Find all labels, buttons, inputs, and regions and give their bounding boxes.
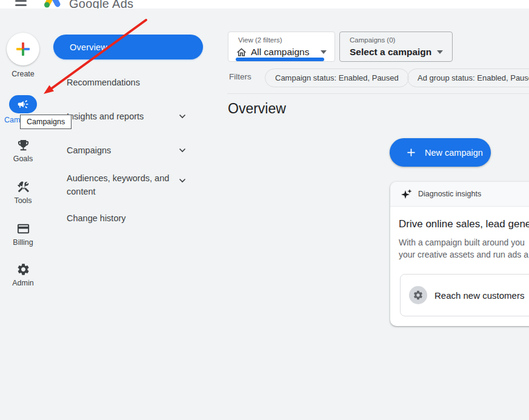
- selected-view-underline: [236, 58, 324, 61]
- app-header: Google Ads: [0, 0, 529, 8]
- gear-icon: [413, 290, 424, 301]
- chevron-down-icon: [178, 145, 187, 155]
- google-ads-app: Google Ads Create Campaigns Campaigns Go…: [0, 0, 529, 420]
- app-title: Google Ads: [69, 0, 133, 8]
- divider: [227, 93, 529, 94]
- card-body: With a campaign built around you your cr…: [399, 236, 528, 261]
- chevron-down-icon: [178, 176, 187, 185]
- trophy-icon: [16, 138, 30, 152]
- nav-item-overview[interactable]: Overview: [53, 35, 203, 59]
- goal-icon-circle: [409, 286, 427, 304]
- google-ads-logo-icon: [42, 0, 62, 8]
- sparkle-icon: [401, 188, 413, 200]
- goal-item-reach-new-customers[interactable]: Reach new customers C: [400, 274, 529, 316]
- card-header: Diagnostic insights: [390, 182, 529, 207]
- new-campaign-button[interactable]: New campaign: [390, 138, 491, 167]
- card-title: Drive online sales, lead gener: [399, 218, 529, 230]
- diagnostic-insights-card: Diagnostic insights Drive online sales, …: [390, 182, 529, 326]
- nav-item-change-history[interactable]: Change history: [67, 212, 126, 225]
- hamburger-menu-icon[interactable]: [15, 0, 27, 8]
- page-title: Overview: [228, 101, 286, 117]
- filter-chip-campaign-status[interactable]: Campaign status: Enabled, Paused: [265, 68, 409, 87]
- home-icon: [236, 47, 247, 58]
- chevron-down-icon: [178, 112, 187, 121]
- sidebar-item-goals[interactable]: Goals: [0, 138, 46, 163]
- create-button-label: Create: [0, 68, 46, 79]
- nav-item-campaigns[interactable]: Campaigns: [67, 144, 111, 157]
- filter-chip-ad-group-status[interactable]: Ad group status: Enabled, Paused: [407, 68, 529, 87]
- billing-card-icon: [16, 222, 30, 236]
- campaign-selector-dropdown[interactable]: Campaigns (0) Select a campaign: [339, 32, 453, 62]
- sidebar-item-tools[interactable]: Tools: [0, 180, 46, 205]
- create-button[interactable]: [7, 33, 39, 65]
- gear-icon: [16, 262, 30, 276]
- tools-icon: [16, 180, 30, 194]
- plus-icon: [405, 146, 418, 159]
- nav-item-audiences-keywords-content[interactable]: Audiences, keywords, and content: [67, 172, 176, 198]
- view-selector-dropdown[interactable]: View (2 filters) All campaigns: [228, 32, 335, 62]
- megaphone-icon: [17, 98, 29, 110]
- sidebar-item-billing[interactable]: Billing: [0, 222, 46, 247]
- create-plus-icon: [16, 42, 30, 56]
- sidebar-item-campaigns[interactable]: [9, 95, 37, 113]
- dropdown-caret-icon: [321, 50, 327, 54]
- dropdown-caret-icon: [437, 50, 443, 54]
- nav-item-insights-and-reports[interactable]: Insights and reports: [67, 110, 144, 123]
- filters-label: Filters: [229, 72, 251, 81]
- campaigns-tooltip: Campaigns: [20, 115, 72, 129]
- sidebar-item-admin[interactable]: Admin: [0, 262, 46, 287]
- nav-item-recommendations[interactable]: Recommendations: [67, 76, 140, 89]
